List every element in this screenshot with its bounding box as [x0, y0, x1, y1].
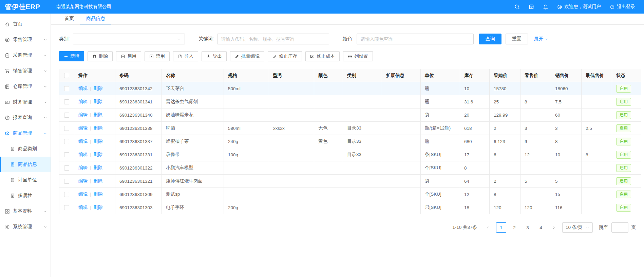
- page-size-select[interactable]: 10 条/页: [562, 222, 593, 233]
- sidebar-subitem-multi-attribute[interactable]: 多属性: [0, 188, 51, 203]
- fix-cost-button[interactable]: 修正成本: [305, 51, 340, 61]
- edit-link[interactable]: 编辑: [78, 125, 88, 131]
- delete-link[interactable]: 删除: [94, 178, 103, 183]
- expand-link[interactable]: 展开: [534, 36, 549, 42]
- cell-barcode: 6901236301337: [115, 135, 162, 148]
- edit-link[interactable]: 编辑: [78, 152, 88, 157]
- cell-stock: 12: [460, 188, 490, 201]
- enable-button[interactable]: 启用: [116, 51, 141, 61]
- user-welcome[interactable]: 欢迎您，测试用户: [557, 4, 601, 10]
- row-checkbox[interactable]: [64, 205, 69, 210]
- edit-link[interactable]: 编辑: [78, 192, 88, 197]
- delete-link[interactable]: 删除: [94, 139, 103, 144]
- sidebar-item-label: 报表查询: [13, 115, 40, 121]
- sidebar-item-sales[interactable]: 销售管理: [0, 63, 51, 79]
- action-divider: |: [90, 112, 91, 117]
- chevron-down-icon: [43, 210, 47, 213]
- reset-button[interactable]: 重置: [506, 34, 528, 44]
- row-checkbox[interactable]: [64, 99, 69, 104]
- edit-link[interactable]: 编辑: [78, 205, 88, 210]
- sidebar-item-home[interactable]: 首页: [0, 16, 51, 32]
- action-divider: |: [90, 205, 91, 210]
- page-button-3[interactable]: 3: [523, 222, 533, 233]
- fix-stock-button[interactable]: 修正库存: [268, 51, 302, 61]
- sales-icon: [5, 68, 10, 74]
- page-button-1[interactable]: 1: [496, 222, 506, 233]
- edit-link[interactable]: 编辑: [78, 99, 88, 104]
- sidebar-item-finance[interactable]: 财务管理: [0, 94, 51, 110]
- status-badge: 启用: [616, 191, 631, 198]
- delete-link[interactable]: 删除: [94, 165, 103, 170]
- edit-link[interactable]: 编辑: [78, 86, 88, 91]
- delete-link[interactable]: 删除: [94, 112, 103, 117]
- cell-checkbox: [59, 148, 74, 161]
- sidebar-item-purchase[interactable]: 采购管理: [0, 47, 51, 63]
- tab-home[interactable]: 首页: [58, 14, 80, 24]
- column-settings-button[interactable]: 列设置: [343, 51, 373, 61]
- button-label: 启用: [127, 53, 136, 59]
- cell-color: 黄色: [314, 135, 343, 148]
- sidebar-item-warehouse[interactable]: 仓库管理: [0, 79, 51, 94]
- keyword-input[interactable]: [217, 34, 329, 44]
- cell-color: [314, 175, 343, 188]
- row-checkbox[interactable]: [64, 192, 69, 197]
- cell-category: 目录33: [343, 135, 382, 148]
- jump-page-input[interactable]: [611, 222, 628, 233]
- purchase-icon: [5, 53, 10, 58]
- row-checkbox[interactable]: [64, 165, 69, 171]
- header-bell-button[interactable]: [543, 4, 548, 9]
- basic-icon: [5, 209, 10, 214]
- delete-link[interactable]: 删除: [94, 192, 103, 197]
- prev-page-button[interactable]: [483, 222, 493, 233]
- sidebar-subitem-product-category[interactable]: 商品类别: [0, 141, 51, 157]
- delete-link[interactable]: 删除: [94, 99, 103, 104]
- page-button-2[interactable]: 2: [509, 222, 519, 233]
- delete-link[interactable]: 删除: [94, 152, 103, 157]
- select-all-checkbox[interactable]: [64, 73, 69, 78]
- edit-link[interactable]: 编辑: [78, 139, 88, 144]
- header-search-button[interactable]: [514, 4, 520, 9]
- row-checkbox[interactable]: [64, 152, 69, 157]
- sidebar-subitem-measure-unit[interactable]: 计量单位: [0, 172, 51, 188]
- page-button-4[interactable]: 4: [536, 222, 546, 233]
- row-checkbox[interactable]: [64, 113, 69, 118]
- category-select[interactable]: [73, 34, 185, 44]
- sidebar-subitem-product-info[interactable]: 商品信息: [0, 157, 51, 172]
- sidebar-item-basic-data[interactable]: 基本资料: [0, 203, 51, 219]
- tab-product-info[interactable]: 商品信息: [80, 14, 111, 24]
- edit-link[interactable]: 编辑: [78, 178, 88, 183]
- action-divider: |: [90, 86, 91, 91]
- sidebar-item-retail[interactable]: 零售管理: [0, 32, 51, 47]
- tab-bar: 首页商品信息: [51, 14, 644, 25]
- color-input[interactable]: [357, 34, 474, 44]
- select-all-header: [59, 69, 74, 82]
- row-checkbox[interactable]: [64, 179, 69, 184]
- logout-button[interactable]: 退出登录: [610, 4, 635, 10]
- import-button[interactable]: 导入: [173, 51, 198, 61]
- delete-link[interactable]: 删除: [94, 86, 103, 91]
- gear-icon: [348, 54, 352, 59]
- cell-spec: [224, 188, 269, 201]
- sidebar-item-report[interactable]: 报表查询: [0, 110, 51, 125]
- row-checkbox[interactable]: [64, 126, 69, 131]
- search-button[interactable]: 查询: [479, 34, 501, 44]
- cell-ext: [382, 161, 421, 175]
- cell-min: [582, 135, 612, 148]
- batch-edit-button[interactable]: 批量编辑: [230, 51, 264, 61]
- add-button[interactable]: 新增: [59, 51, 84, 61]
- edit-link[interactable]: 编辑: [78, 112, 88, 117]
- power-icon: [610, 4, 615, 9]
- row-checkbox[interactable]: [64, 139, 69, 144]
- cell-name: 电子手环: [162, 201, 224, 214]
- delete-link[interactable]: 删除: [94, 205, 103, 210]
- export-button[interactable]: 导出: [202, 51, 227, 61]
- edit-link[interactable]: 编辑: [78, 165, 88, 170]
- sidebar-item-product[interactable]: 商品管理: [0, 125, 51, 141]
- next-page-button[interactable]: [549, 222, 559, 233]
- disable-button[interactable]: 禁用: [145, 51, 170, 61]
- sidebar-item-system[interactable]: 系统管理: [0, 219, 51, 235]
- delete-link[interactable]: 删除: [94, 125, 103, 131]
- delete-button[interactable]: 删除: [88, 51, 113, 61]
- row-checkbox[interactable]: [64, 86, 69, 91]
- header-shop-button[interactable]: [529, 4, 534, 9]
